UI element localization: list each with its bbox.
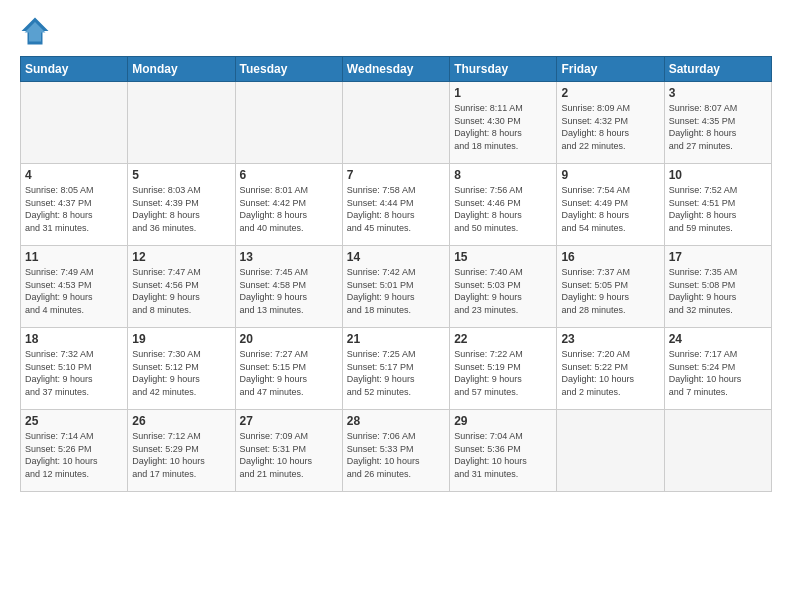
day-info: Sunrise: 7:12 AM Sunset: 5:29 PM Dayligh… — [132, 430, 230, 480]
day-cell: 6Sunrise: 8:01 AM Sunset: 4:42 PM Daylig… — [235, 164, 342, 246]
day-info: Sunrise: 8:09 AM Sunset: 4:32 PM Dayligh… — [561, 102, 659, 152]
day-info: Sunrise: 7:42 AM Sunset: 5:01 PM Dayligh… — [347, 266, 445, 316]
day-number: 20 — [240, 332, 338, 346]
day-number: 11 — [25, 250, 123, 264]
day-info: Sunrise: 7:04 AM Sunset: 5:36 PM Dayligh… — [454, 430, 552, 480]
day-number: 13 — [240, 250, 338, 264]
day-cell — [235, 82, 342, 164]
day-info: Sunrise: 7:35 AM Sunset: 5:08 PM Dayligh… — [669, 266, 767, 316]
calendar-body: 1Sunrise: 8:11 AM Sunset: 4:30 PM Daylig… — [21, 82, 772, 492]
day-number: 7 — [347, 168, 445, 182]
day-number: 23 — [561, 332, 659, 346]
day-number: 6 — [240, 168, 338, 182]
header-cell-wednesday: Wednesday — [342, 57, 449, 82]
day-cell: 11Sunrise: 7:49 AM Sunset: 4:53 PM Dayli… — [21, 246, 128, 328]
day-info: Sunrise: 7:14 AM Sunset: 5:26 PM Dayligh… — [25, 430, 123, 480]
day-info: Sunrise: 8:07 AM Sunset: 4:35 PM Dayligh… — [669, 102, 767, 152]
day-number: 29 — [454, 414, 552, 428]
day-cell: 28Sunrise: 7:06 AM Sunset: 5:33 PM Dayli… — [342, 410, 449, 492]
day-cell: 5Sunrise: 8:03 AM Sunset: 4:39 PM Daylig… — [128, 164, 235, 246]
day-info: Sunrise: 7:47 AM Sunset: 4:56 PM Dayligh… — [132, 266, 230, 316]
week-row-2: 11Sunrise: 7:49 AM Sunset: 4:53 PM Dayli… — [21, 246, 772, 328]
day-number: 22 — [454, 332, 552, 346]
day-cell — [21, 82, 128, 164]
day-info: Sunrise: 7:30 AM Sunset: 5:12 PM Dayligh… — [132, 348, 230, 398]
header-row: SundayMondayTuesdayWednesdayThursdayFrid… — [21, 57, 772, 82]
day-number: 2 — [561, 86, 659, 100]
day-number: 27 — [240, 414, 338, 428]
day-info: Sunrise: 7:37 AM Sunset: 5:05 PM Dayligh… — [561, 266, 659, 316]
day-info: Sunrise: 7:20 AM Sunset: 5:22 PM Dayligh… — [561, 348, 659, 398]
day-cell — [664, 410, 771, 492]
day-info: Sunrise: 8:01 AM Sunset: 4:42 PM Dayligh… — [240, 184, 338, 234]
day-number: 14 — [347, 250, 445, 264]
day-cell: 15Sunrise: 7:40 AM Sunset: 5:03 PM Dayli… — [450, 246, 557, 328]
day-cell: 10Sunrise: 7:52 AM Sunset: 4:51 PM Dayli… — [664, 164, 771, 246]
header-cell-saturday: Saturday — [664, 57, 771, 82]
day-number: 28 — [347, 414, 445, 428]
header-cell-sunday: Sunday — [21, 57, 128, 82]
day-info: Sunrise: 7:58 AM Sunset: 4:44 PM Dayligh… — [347, 184, 445, 234]
day-number: 10 — [669, 168, 767, 182]
day-cell: 4Sunrise: 8:05 AM Sunset: 4:37 PM Daylig… — [21, 164, 128, 246]
day-number: 12 — [132, 250, 230, 264]
calendar-header: SundayMondayTuesdayWednesdayThursdayFrid… — [21, 57, 772, 82]
day-cell: 20Sunrise: 7:27 AM Sunset: 5:15 PM Dayli… — [235, 328, 342, 410]
day-cell: 13Sunrise: 7:45 AM Sunset: 4:58 PM Dayli… — [235, 246, 342, 328]
day-info: Sunrise: 7:32 AM Sunset: 5:10 PM Dayligh… — [25, 348, 123, 398]
day-number: 4 — [25, 168, 123, 182]
week-row-0: 1Sunrise: 8:11 AM Sunset: 4:30 PM Daylig… — [21, 82, 772, 164]
day-number: 16 — [561, 250, 659, 264]
day-cell: 8Sunrise: 7:56 AM Sunset: 4:46 PM Daylig… — [450, 164, 557, 246]
day-cell: 9Sunrise: 7:54 AM Sunset: 4:49 PM Daylig… — [557, 164, 664, 246]
day-cell — [342, 82, 449, 164]
calendar-table: SundayMondayTuesdayWednesdayThursdayFrid… — [20, 56, 772, 492]
day-info: Sunrise: 8:03 AM Sunset: 4:39 PM Dayligh… — [132, 184, 230, 234]
day-info: Sunrise: 8:11 AM Sunset: 4:30 PM Dayligh… — [454, 102, 552, 152]
header-cell-thursday: Thursday — [450, 57, 557, 82]
week-row-3: 18Sunrise: 7:32 AM Sunset: 5:10 PM Dayli… — [21, 328, 772, 410]
day-cell: 2Sunrise: 8:09 AM Sunset: 4:32 PM Daylig… — [557, 82, 664, 164]
day-cell: 25Sunrise: 7:14 AM Sunset: 5:26 PM Dayli… — [21, 410, 128, 492]
day-cell: 21Sunrise: 7:25 AM Sunset: 5:17 PM Dayli… — [342, 328, 449, 410]
header-cell-monday: Monday — [128, 57, 235, 82]
day-number: 25 — [25, 414, 123, 428]
day-cell: 26Sunrise: 7:12 AM Sunset: 5:29 PM Dayli… — [128, 410, 235, 492]
day-number: 24 — [669, 332, 767, 346]
day-number: 3 — [669, 86, 767, 100]
day-cell: 24Sunrise: 7:17 AM Sunset: 5:24 PM Dayli… — [664, 328, 771, 410]
day-info: Sunrise: 7:17 AM Sunset: 5:24 PM Dayligh… — [669, 348, 767, 398]
week-row-1: 4Sunrise: 8:05 AM Sunset: 4:37 PM Daylig… — [21, 164, 772, 246]
logo — [20, 16, 54, 46]
day-cell — [557, 410, 664, 492]
page: SundayMondayTuesdayWednesdayThursdayFrid… — [0, 0, 792, 612]
day-cell: 1Sunrise: 8:11 AM Sunset: 4:30 PM Daylig… — [450, 82, 557, 164]
day-info: Sunrise: 7:06 AM Sunset: 5:33 PM Dayligh… — [347, 430, 445, 480]
header-cell-friday: Friday — [557, 57, 664, 82]
day-cell: 18Sunrise: 7:32 AM Sunset: 5:10 PM Dayli… — [21, 328, 128, 410]
header-cell-tuesday: Tuesday — [235, 57, 342, 82]
day-info: Sunrise: 7:27 AM Sunset: 5:15 PM Dayligh… — [240, 348, 338, 398]
day-cell: 14Sunrise: 7:42 AM Sunset: 5:01 PM Dayli… — [342, 246, 449, 328]
day-info: Sunrise: 7:49 AM Sunset: 4:53 PM Dayligh… — [25, 266, 123, 316]
day-cell: 19Sunrise: 7:30 AM Sunset: 5:12 PM Dayli… — [128, 328, 235, 410]
day-cell: 3Sunrise: 8:07 AM Sunset: 4:35 PM Daylig… — [664, 82, 771, 164]
day-number: 17 — [669, 250, 767, 264]
day-info: Sunrise: 7:09 AM Sunset: 5:31 PM Dayligh… — [240, 430, 338, 480]
day-info: Sunrise: 7:54 AM Sunset: 4:49 PM Dayligh… — [561, 184, 659, 234]
day-number: 1 — [454, 86, 552, 100]
day-number: 26 — [132, 414, 230, 428]
header — [20, 16, 772, 46]
day-cell — [128, 82, 235, 164]
day-cell: 23Sunrise: 7:20 AM Sunset: 5:22 PM Dayli… — [557, 328, 664, 410]
day-cell: 29Sunrise: 7:04 AM Sunset: 5:36 PM Dayli… — [450, 410, 557, 492]
day-number: 18 — [25, 332, 123, 346]
day-number: 15 — [454, 250, 552, 264]
day-number: 19 — [132, 332, 230, 346]
day-info: Sunrise: 8:05 AM Sunset: 4:37 PM Dayligh… — [25, 184, 123, 234]
logo-icon — [20, 16, 50, 46]
day-cell: 27Sunrise: 7:09 AM Sunset: 5:31 PM Dayli… — [235, 410, 342, 492]
day-info: Sunrise: 7:52 AM Sunset: 4:51 PM Dayligh… — [669, 184, 767, 234]
day-cell: 12Sunrise: 7:47 AM Sunset: 4:56 PM Dayli… — [128, 246, 235, 328]
day-number: 9 — [561, 168, 659, 182]
